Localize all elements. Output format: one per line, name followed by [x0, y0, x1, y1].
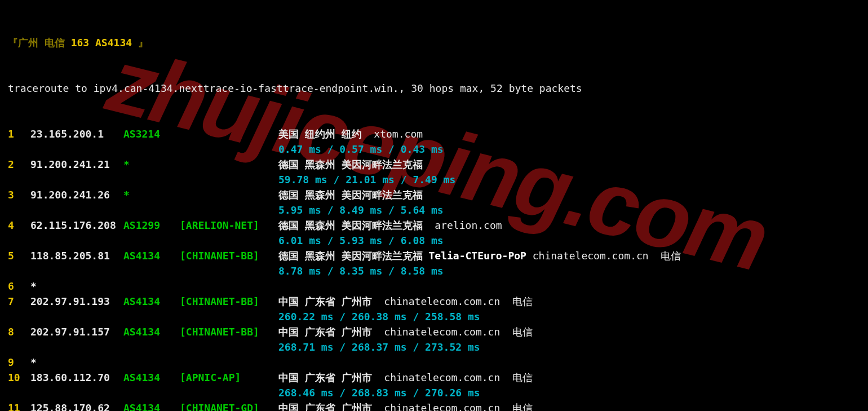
hop-row: 7202.97.91.193AS4134[CHINANET-BB]中国 广东省 …	[8, 294, 860, 309]
hop-row: 391.200.241.26*德国 黑森州 美因河畔法兰克福	[8, 187, 860, 202]
hop-ip: *	[30, 279, 123, 294]
hop-number: 1	[8, 126, 30, 142]
hop-isp: 电信	[512, 402, 533, 411]
hop-ip: 202.97.91.193	[30, 294, 123, 309]
hop-latency: 59.78 ms / 21.01 ms / 7.49 ms	[278, 172, 455, 187]
hop-number: 6	[8, 279, 30, 294]
hop-asn: AS1299	[123, 218, 180, 233]
header-bracket-l: 『	[8, 37, 18, 48]
hop-row: 9*	[8, 355, 860, 370]
hop-latency-row: 268.46 ms / 268.83 ms / 270.26 ms	[8, 385, 860, 400]
hop-latency-row: 59.78 ms / 21.01 ms / 7.49 ms	[8, 172, 860, 187]
hop-latency-row: 260.22 ms / 260.38 ms / 258.58 ms	[8, 309, 860, 324]
hop-geo: 美国 纽约州 纽约	[278, 128, 374, 140]
hop-latency-row: 8.78 ms / 8.35 ms / 8.58 ms	[8, 263, 860, 279]
hop-geo: 德国 黑森州 美因河畔法兰克福	[278, 158, 423, 170]
hop-netname	[180, 279, 278, 294]
hop-location: 美国 纽约州 纽约 xtom.com	[278, 126, 423, 142]
hop-domain: xtom.com	[374, 128, 423, 140]
hop-asn	[123, 355, 180, 370]
hop-ip: *	[30, 355, 123, 370]
hop-ip: 202.97.91.157	[30, 324, 123, 339]
hop-netname: [CHINANET-BB]	[180, 248, 278, 263]
hop-row: 8202.97.91.157AS4134[CHINANET-BB]中国 广东省 …	[8, 324, 860, 339]
hop-ip: 183.60.112.70	[30, 370, 123, 385]
hop-domain: chinatelecom.com.cn	[384, 372, 512, 383]
hop-netname	[180, 355, 278, 370]
hop-number: 4	[8, 218, 30, 233]
hop-asn: AS4134	[123, 400, 180, 411]
hop-location: 中国 广东省 广州市 chinatelecom.com.cn 电信	[278, 400, 533, 411]
header-title-b: 163 AS4134	[71, 37, 132, 48]
hop-geo: 中国 广东省 广州市	[278, 295, 384, 307]
hop-number: 2	[8, 157, 30, 172]
header-title-a: 广州 电信	[18, 37, 65, 48]
hop-number: 9	[8, 355, 30, 370]
hop-netname: [CHINANET-BB]	[180, 324, 278, 339]
hop-number: 7	[8, 294, 30, 309]
hop-domain: chinatelecom.com.cn	[384, 402, 512, 411]
hop-pop: Telia-CTEuro-PoP	[429, 250, 526, 262]
hop-latency-row: 0.47 ms / 0.57 ms / 0.43 ms	[8, 142, 860, 157]
hop-geo: 德国 黑森州 美因河畔法兰克福	[278, 219, 435, 231]
hop-isp: 电信	[512, 295, 533, 307]
hop-domain: chinatelecom.com.cn	[384, 295, 512, 307]
trace-header: 『广州 电信 163 AS4134 』	[8, 35, 860, 50]
hop-number: 11	[8, 400, 30, 411]
hop-location: 德国 黑森州 美因河畔法兰克福	[278, 187, 423, 202]
hop-latency: 260.22 ms / 260.38 ms / 258.58 ms	[278, 309, 480, 324]
traceroute-command: traceroute to ipv4.can-4134.nexttrace-io…	[8, 81, 860, 96]
hop-latency: 6.01 ms / 5.93 ms / 6.08 ms	[278, 233, 444, 248]
hop-netname: [CHINANET-GD]	[180, 400, 278, 411]
hop-netname	[180, 157, 278, 172]
hop-latency-row: 5.95 ms / 8.49 ms / 5.64 ms	[8, 202, 860, 218]
hop-number: 5	[8, 248, 30, 263]
hop-asn: *	[123, 187, 180, 202]
hop-netname: [CHINANET-BB]	[180, 294, 278, 309]
hop-isp: 电信	[512, 372, 533, 383]
hop-row: 10183.60.112.70AS4134[APNIC-AP]中国 广东省 广州…	[8, 370, 860, 385]
hop-location: 中国 广东省 广州市 chinatelecom.com.cn 电信	[278, 370, 533, 385]
hop-geo: 中国 广东省 广州市	[278, 372, 384, 383]
hop-netname: [APNIC-AP]	[180, 370, 278, 385]
hop-number: 8	[8, 324, 30, 339]
hop-asn: AS3214	[123, 126, 180, 142]
hop-netname	[180, 126, 278, 142]
hop-row: 123.165.200.1AS3214美国 纽约州 纽约 xtom.com	[8, 126, 860, 142]
hop-geo: 德国 黑森州 美因河畔法兰克福	[278, 189, 423, 201]
header-bracket-r: 』	[138, 37, 148, 48]
hop-ip: 125.88.170.62	[30, 400, 123, 411]
hop-domain: chinatelecom.com.cn	[526, 250, 661, 262]
hop-geo: 中国 广东省 广州市	[278, 402, 384, 411]
hop-row: 462.115.176.208AS1299[ARELION-NET]德国 黑森州…	[8, 218, 860, 233]
hop-isp: 电信	[661, 250, 681, 262]
hop-location: 德国 黑森州 美因河畔法兰克福 Telia-CTEuro-PoP chinate…	[278, 248, 681, 263]
hop-netname	[180, 187, 278, 202]
hop-ip: 91.200.241.21	[30, 157, 123, 172]
hop-ip: 91.200.241.26	[30, 187, 123, 202]
hop-latency: 0.47 ms / 0.57 ms / 0.43 ms	[278, 142, 444, 157]
hop-isp: 电信	[512, 326, 533, 338]
hop-location: 中国 广东省 广州市 chinatelecom.com.cn 电信	[278, 294, 533, 309]
hop-netname: [ARELION-NET]	[180, 218, 278, 233]
hop-latency: 268.71 ms / 268.37 ms / 273.52 ms	[278, 339, 480, 355]
hop-asn: AS4134	[123, 248, 180, 263]
hop-location: 德国 黑森州 美因河畔法兰克福 arelion.com	[278, 218, 502, 233]
hop-asn: AS4134	[123, 370, 180, 385]
hop-location: 中国 广东省 广州市 chinatelecom.com.cn 电信	[278, 324, 533, 339]
hop-ip: 118.85.205.81	[30, 248, 123, 263]
hop-geo: 德国 黑森州 美因河畔法兰克福	[278, 250, 429, 262]
hop-row: 291.200.241.21*德国 黑森州 美因河畔法兰克福	[8, 157, 860, 172]
hop-domain: chinatelecom.com.cn	[384, 326, 512, 338]
hop-number: 10	[8, 370, 30, 385]
hop-asn: *	[123, 157, 180, 172]
hop-latency-row: 268.71 ms / 268.37 ms / 273.52 ms	[8, 339, 860, 355]
hop-location: 德国 黑森州 美因河畔法兰克福	[278, 157, 423, 172]
hop-row: 11125.88.170.62AS4134[CHINANET-GD]中国 广东省…	[8, 400, 860, 411]
hop-domain: arelion.com	[435, 219, 502, 231]
hop-row: 5118.85.205.81AS4134[CHINANET-BB]德国 黑森州 …	[8, 248, 860, 263]
hop-geo: 中国 广东省 广州市	[278, 326, 384, 338]
terminal-output: 『广州 电信 163 AS4134 』 traceroute to ipv4.c…	[0, 0, 868, 411]
hop-latency: 5.95 ms / 8.49 ms / 5.64 ms	[278, 202, 444, 218]
hop-latency: 8.78 ms / 8.35 ms / 8.58 ms	[278, 263, 444, 279]
